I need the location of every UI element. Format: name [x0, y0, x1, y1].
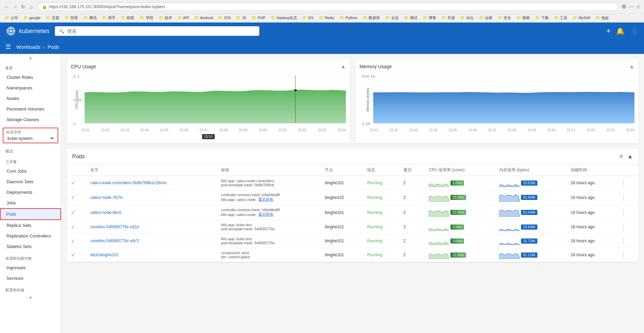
bookmark-redis[interactable]: 📁 Redis	[317, 15, 336, 20]
bookmark-ops[interactable]: 📁 运维	[477, 15, 494, 21]
add-button[interactable]: +	[606, 27, 611, 35]
bookmark-icon[interactable]: ☆	[636, 3, 641, 10]
row-more-btn[interactable]: ⋮	[616, 205, 639, 220]
pods-collapse-icon[interactable]: ▲	[627, 153, 633, 160]
svg-point-14	[294, 89, 297, 91]
cpu-mini-chart	[429, 208, 449, 217]
bookmark-jishu[interactable]: 📁 技术	[157, 15, 174, 21]
bookmark-company[interactable]: 📁 公司	[3, 15, 20, 21]
namespace-select[interactable]: kube-system default kube-public	[6, 135, 55, 141]
row-more-btn[interactable]: ⋮	[616, 190, 639, 205]
bookmark-ali[interactable]: 📁 阿里	[63, 15, 80, 21]
bookmark-yongshou[interactable]: 📁 用手	[100, 15, 118, 21]
cpu-chart-collapse-btn[interactable]: ▲	[340, 63, 346, 70]
sidebar-item-services[interactable]: Services	[0, 273, 61, 284]
bookmark-tencent[interactable]: 📁 腾讯	[81, 15, 99, 21]
bookmark-security[interactable]: 📁 安全	[496, 15, 513, 21]
sidebar-item-replica-sets[interactable]: Replica Sets	[0, 220, 61, 231]
back-button[interactable]: ←	[3, 3, 10, 10]
pods-header: Pods ≡ ▲	[67, 149, 639, 164]
bookmark-database[interactable]: 📁 数据库	[361, 15, 382, 21]
table-row: ✓ coredns-546565776c-rd2zr k8s-app: kube…	[67, 220, 639, 234]
bookmark-tools[interactable]: 📁 工具	[552, 15, 569, 21]
cpu-mini-chart	[429, 179, 449, 187]
bookmark-es[interactable]: 📁 ES	[301, 15, 316, 20]
cpu-chart-tooltip: 15:53	[71, 133, 346, 139]
bookmark-test[interactable]: 📁 测试	[402, 15, 419, 21]
hamburger-menu-icon[interactable]: ☰	[5, 43, 11, 50]
sidebar-item-jobs[interactable]: Jobs	[0, 198, 61, 208]
sidebar-item-cron-jobs[interactable]: Cron Jobs	[0, 166, 61, 176]
sidebar-item-replication-controllers[interactable]: Replication Controllers	[0, 231, 61, 241]
search-input[interactable]	[67, 28, 255, 34]
svg-text:0: 0	[73, 122, 76, 126]
sidebar-item-namespaces[interactable]: Namespaces	[0, 83, 61, 93]
show-all-link[interactable]: 显示所有	[258, 212, 273, 217]
main-layout: ▲ 集群 Cluster Roles Namespaces Nodes Pers…	[0, 54, 644, 333]
bookmark-ios[interactable]: 📁 IOS	[216, 15, 233, 20]
bookmark-myself[interactable]: 📁 MySelf	[571, 15, 592, 20]
pods-table-wrap: 名字 标签 节点 状态 重启 CPU 使用率 (cores) 内存使用 (byt…	[67, 164, 639, 262]
url-bar[interactable]: 🔒 https://192.168.175.101:30000/#/pod?na…	[37, 3, 619, 11]
bookmark-baidu[interactable]: 📁 百度	[44, 15, 61, 21]
search-bar[interactable]: 🔍	[55, 26, 259, 36]
sidebar-item-pods[interactable]: Pods	[0, 208, 61, 220]
cpu-chart-svg: 0.1 0.05 0	[71, 72, 346, 127]
show-all-link[interactable]: 显示所有	[258, 197, 273, 202]
pod-name-link[interactable]: calico-node-7b7fx	[90, 195, 123, 200]
sidebar-scroll-down[interactable]: ▼	[0, 294, 61, 302]
user-avatar-icon[interactable]: 👤	[630, 27, 639, 35]
notification-bell-icon[interactable]: 🔔	[616, 27, 625, 35]
bookmark-blog[interactable]: 📁 博客	[421, 15, 438, 21]
reload-button[interactable]: ↻	[20, 3, 27, 10]
sidebar-item-deployments[interactable]: Deployments	[0, 187, 61, 198]
pods-filter-icon[interactable]: ≡	[619, 153, 623, 160]
forward-button[interactable]: →	[12, 3, 18, 10]
bookmark-download[interactable]: 📁 下载	[533, 15, 551, 21]
row-more-btn[interactable]: ⋮	[616, 220, 639, 234]
bookmark-xueyuan[interactable]: 📁 学院	[138, 15, 155, 21]
pod-name-link[interactable]: coredns-546565776c-x8r7l	[90, 238, 139, 243]
browser-nav-buttons[interactable]: ← → ↻ ⌂	[3, 3, 35, 10]
pod-name-link[interactable]: calico-node-8krsl	[90, 210, 121, 215]
bookmark-forum[interactable]: 📁 论坛	[458, 15, 476, 21]
row-more-btn[interactable]: ⋮	[616, 176, 639, 190]
bookmark-js[interactable]: 📁 JS	[234, 15, 248, 20]
sidebar-scroll-up[interactable]: ▲	[0, 54, 61, 61]
app-logo[interactable]: kubernetes	[5, 26, 49, 37]
bookmark-opensource[interactable]: 📁 开源	[440, 15, 457, 21]
sidebar-item-daemon-sets[interactable]: Daemon Sets	[0, 176, 61, 187]
bookmark-android[interactable]: 📁 Android	[193, 15, 215, 20]
extensions-icon[interactable]: ⚙	[622, 3, 626, 10]
sidebar-item-nodes[interactable]: Nodes	[0, 93, 61, 104]
bookmark-enterprise[interactable]: 📁 企业	[383, 15, 401, 21]
row-labels: controller-revision-hash: b9dd4bd9f k8s-…	[217, 205, 321, 220]
sidebar-item-ingresses[interactable]: Ingresses	[0, 262, 61, 273]
bookmark-google[interactable]: 📁 google	[21, 15, 43, 20]
bookmark-api[interactable]: 📁 API	[175, 15, 191, 20]
bookmark-hadoop[interactable]: 📁 Hadoop生态	[269, 15, 300, 21]
bookmark-liangshe[interactable]: 📁 联联	[119, 15, 136, 21]
svg-text:0 Mi: 0 Mi	[362, 122, 370, 126]
col-actions	[616, 164, 639, 176]
cpu-bar-label: 25.00m	[450, 195, 466, 200]
home-button[interactable]: ⌂	[28, 3, 35, 10]
bookmark-php[interactable]: 📁 PHP	[250, 15, 267, 20]
cpu-y-label: CPU (cores)	[75, 90, 79, 109]
bookmark-other[interactable]: 📁 他处	[594, 15, 611, 21]
sidebar-item-persistent-volumes[interactable]: Persistent Volumes	[0, 104, 61, 114]
row-more-btn[interactable]: ⋮	[616, 248, 639, 262]
pod-name-link[interactable]: coredns-546565776c-rd2zr	[90, 225, 139, 229]
breadcrumb-workloads[interactable]: Workloads	[16, 44, 41, 50]
bookmark-python[interactable]: 📁 Python	[338, 15, 359, 20]
sidebar-item-stateful-sets[interactable]: Stateful Sets	[0, 241, 61, 252]
pod-name-link[interactable]: etcd-binghe101	[90, 252, 119, 257]
sidebar-item-cluster-roles[interactable]: Cluster Roles	[0, 72, 61, 83]
more-icon[interactable]: ⋯	[628, 3, 634, 10]
pod-name-link[interactable]: calico-kube-controllers-5b8b769fcd-l2tmm	[90, 180, 166, 185]
bookmark-search[interactable]: 📁 搜索	[515, 15, 532, 21]
col-created: 创建时间	[567, 164, 616, 176]
row-more-btn[interactable]: ⋮	[616, 234, 639, 248]
sidebar-item-storage-classes[interactable]: Storage Classes	[0, 114, 61, 125]
memory-chart-collapse-btn[interactable]: ▲	[629, 63, 634, 70]
